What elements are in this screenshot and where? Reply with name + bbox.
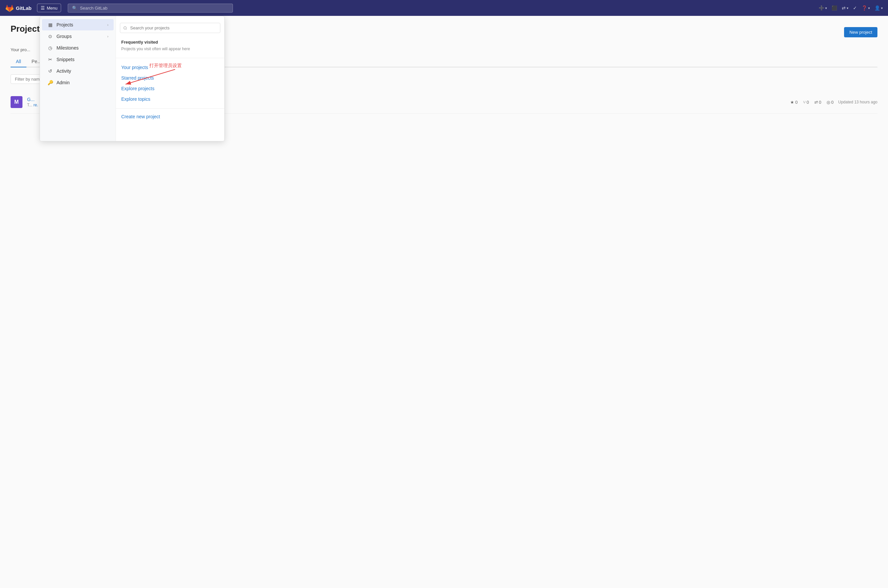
menu-item-snippets[interactable]: ✂ Snippets xyxy=(42,54,114,65)
project-avatar: M xyxy=(10,96,22,108)
your-projects-label: Your pro... xyxy=(10,47,30,52)
navbar-icons: ➕▾ ⬛ ⇄▾ ✓ ❓▾ 👤▾ xyxy=(819,5,883,10)
issues-stat: ◎ 0 xyxy=(826,100,834,105)
project-stats: ★ 0 ⑂ 0 ⇄ 0 ◎ 0 xyxy=(790,100,834,105)
search-placeholder-text: Search GitLab xyxy=(80,6,107,10)
mega-menu: ▦ Projects › ⊙ Groups › ◷ Milestones ✂ S… xyxy=(40,16,225,141)
groups-icon: ⊙ xyxy=(47,34,53,39)
explore-projects-link[interactable]: Explore projects xyxy=(116,83,224,94)
gitlab-logo[interactable]: GitLab xyxy=(5,4,32,12)
milestones-icon: ◷ xyxy=(47,45,53,51)
menu-item-projects[interactable]: ▦ Projects › xyxy=(42,19,114,30)
activity-label: Activity xyxy=(57,68,108,74)
help-icon[interactable]: ❓▾ xyxy=(862,5,870,10)
your-projects-link[interactable]: Your projects xyxy=(116,62,224,73)
global-search[interactable]: 🔍 Search GitLab xyxy=(68,4,233,12)
projects-icon: ▦ xyxy=(47,22,53,27)
menu-divider-1 xyxy=(116,58,224,58)
menu-right-panel: Frequently visited Projects you visit of… xyxy=(116,16,224,141)
issues-count: 0 xyxy=(831,100,834,105)
menu-button[interactable]: ☰ Menu xyxy=(37,4,62,12)
admin-icon: 🔑 xyxy=(47,80,53,85)
page-background: Projects New project Your pro... All Pe.… xyxy=(0,16,888,588)
frequently-visited-title: Frequently visited xyxy=(116,37,224,46)
search-projects-input[interactable] xyxy=(120,23,220,33)
todo-icon[interactable]: ✓ xyxy=(853,5,857,10)
menu-left-panel: ▦ Projects › ⊙ Groups › ◷ Milestones ✂ S… xyxy=(40,16,116,141)
search-icon: 🔍 xyxy=(72,6,77,10)
explore-topics-link[interactable]: Explore topics xyxy=(116,94,224,104)
plus-icon[interactable]: ➕▾ xyxy=(819,5,827,10)
menu-right-links: Your projects Starred projects Explore p… xyxy=(116,61,224,106)
groups-label: Groups xyxy=(57,34,104,39)
create-new-project-link[interactable]: Create new project xyxy=(116,111,224,122)
menu-label: Menu xyxy=(47,6,58,10)
dock-icon[interactable]: ⬛ xyxy=(831,5,837,10)
forks-count: 0 xyxy=(807,100,809,105)
merge-request-icon[interactable]: ⇄▾ xyxy=(842,5,848,10)
projects-arrow: › xyxy=(107,23,108,27)
avatar[interactable]: 👤▾ xyxy=(874,5,883,10)
menu-item-activity[interactable]: ↺ Activity xyxy=(42,65,114,76)
tab-all[interactable]: All xyxy=(10,56,26,68)
milestones-label: Milestones xyxy=(57,45,108,51)
gitlab-name: GitLab xyxy=(16,5,32,11)
projects-label: Projects xyxy=(57,22,104,27)
issues-icon: ◎ xyxy=(826,100,830,105)
frequently-visited-desc: Projects you visit often will appear her… xyxy=(116,46,224,55)
star-icon: ★ xyxy=(790,100,794,105)
activity-icon: ↺ xyxy=(47,68,53,74)
mr-count: 0 xyxy=(819,100,821,105)
snippets-icon: ✂ xyxy=(47,57,53,62)
stars-stat: ★ 0 xyxy=(790,100,798,105)
mr-icon: ⇄ xyxy=(814,100,818,105)
stars-count: 0 xyxy=(795,100,798,105)
new-project-button[interactable]: New project xyxy=(844,27,878,38)
snippets-label: Snippets xyxy=(57,57,108,62)
admin-label: Admin xyxy=(57,80,108,85)
menu-item-groups[interactable]: ⊙ Groups › xyxy=(42,31,114,42)
navbar: GitLab ☰ Menu 🔍 Search GitLab ➕▾ ⬛ ⇄▾ ✓ … xyxy=(0,0,888,16)
hamburger-icon: ☰ xyxy=(40,5,45,10)
groups-arrow: › xyxy=(107,34,108,38)
starred-projects-link[interactable]: Starred projects xyxy=(116,73,224,83)
menu-item-milestones[interactable]: ◷ Milestones xyxy=(42,42,114,54)
mr-stat: ⇄ 0 xyxy=(814,100,821,105)
forks-stat: ⑂ 0 xyxy=(803,100,809,105)
menu-item-admin[interactable]: 🔑 Admin xyxy=(42,77,114,88)
menu-divider-2 xyxy=(116,108,224,109)
project-updated: Updated 13 hours ago xyxy=(838,100,878,104)
learn-more-link[interactable]: re. xyxy=(33,103,38,107)
fork-icon: ⑂ xyxy=(803,100,806,105)
search-projects-wrap xyxy=(116,20,224,37)
